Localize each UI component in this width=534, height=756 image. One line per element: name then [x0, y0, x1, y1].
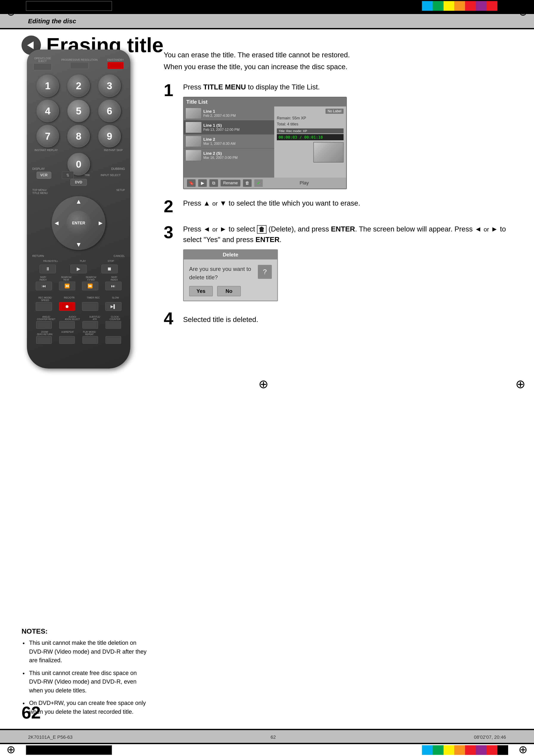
step3-number: 3	[164, 224, 178, 241]
remain-info: Remain: 55m XP Total: 4 titles	[277, 115, 343, 127]
ctrl-icon-copy[interactable]: ⧉	[209, 179, 218, 187]
rename-button[interactable]: Rename	[220, 180, 241, 186]
title-list-left: Line 1 Feb 2, 2007-4:30 PM Line 1 (S)	[184, 106, 274, 177]
title-list-header: Title List	[186, 99, 207, 105]
remote-control: OPEN/CLOSEEJECT PROGRESSIVE RESOLUTION O…	[17, 50, 140, 373]
time-display: 00:00:03 / 00:01:18	[277, 134, 343, 140]
step3-text: Press ◄ or ► to select 🗑 (Delete), and p…	[183, 224, 513, 245]
delete-dialog-buttons: Yes No	[184, 285, 277, 301]
step4: 4 Selected title is deleted.	[164, 310, 513, 327]
ctrl-icon-bookmark[interactable]: 🔖	[187, 179, 195, 187]
reg-mark-center-right: ⊕	[516, 377, 525, 391]
play-label: Play	[266, 180, 343, 186]
right-content: You can erase the title. The erased titl…	[164, 50, 513, 338]
footer-bar: 2K70101A_E P56-63 62 08'02'07, 20:46	[0, 730, 534, 744]
step2-number: 2	[164, 198, 178, 215]
step3: 3 Press ◄ or ► to select 🗑 (Delete), and…	[164, 224, 513, 301]
ctrl-icon-play[interactable]: ▶	[198, 179, 207, 187]
reg-mark-center-left: ⊕	[259, 377, 268, 391]
step4-number: 4	[164, 310, 178, 327]
title-list-right: No Label Remain: 55m XP Total: 4 titles …	[274, 106, 346, 177]
rec-mode-label: Title: Rec mode: XP	[277, 128, 343, 133]
intro-line1: You can erase the title. The erased titl…	[164, 50, 513, 60]
reg-mark-br: ⊕	[519, 744, 527, 755]
footer-left: 2K70101A_E P56-63	[28, 735, 73, 740]
reg-mark-bl: ⊕	[7, 744, 15, 755]
ctrl-icon-delete[interactable]: 🗑	[243, 179, 252, 187]
step4-text: Selected title is deleted.	[183, 314, 513, 325]
note-item-1: • This unit cannot make the title deleti…	[21, 638, 151, 665]
no-label-badge: No Label	[325, 109, 343, 114]
footer-center: 62	[270, 735, 276, 740]
intro-line2: When you erase the title, you can increa…	[164, 62, 513, 72]
preview-thumb	[314, 142, 343, 162]
step2-text: Press ▲ or ▼ to select the title which y…	[183, 198, 513, 209]
section-label: Editing the disc	[28, 17, 76, 25]
title-list-ui: Title List Line 1	[183, 97, 347, 189]
delete-dialog-text: Are you sure you want to delete title?	[189, 265, 254, 282]
step1-text: Press TITLE MENU to display the Title Li…	[183, 82, 513, 93]
footer-right: 08'02'07, 20:46	[474, 735, 506, 740]
note-item-3: • On DVD+RW, you can create free space o…	[21, 699, 151, 716]
notes-section: NOTES: • This unit cannot make the title…	[21, 627, 151, 716]
step1-number: 1	[164, 82, 178, 99]
ctrl-icon-check[interactable]: ✓	[254, 179, 263, 187]
step1: 1 Press TITLE MENU to display the Title …	[164, 82, 513, 189]
page-number: 62	[21, 703, 41, 723]
delete-dialog-header: Delete	[184, 250, 277, 259]
title-list-controls: 🔖 ▶ ⧉ Rename 🗑 ✓ Play	[184, 177, 346, 189]
note-item-2: • This unit cannot create free disc spac…	[21, 669, 151, 695]
delete-dialog-icon: ?	[258, 265, 272, 279]
no-button[interactable]: No	[217, 286, 241, 296]
delete-dialog: Delete Are you sure you want to delete t…	[183, 249, 278, 301]
yes-button[interactable]: Yes	[189, 286, 213, 296]
step2: 2 Press ▲ or ▼ to select the title which…	[164, 198, 513, 215]
notes-title: NOTES:	[21, 627, 151, 635]
